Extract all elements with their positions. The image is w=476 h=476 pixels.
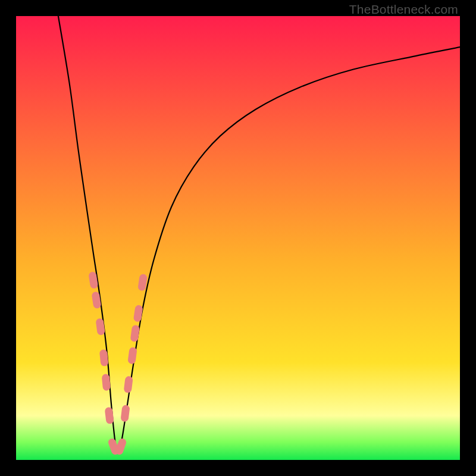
outer-frame: TheBottleneck.com [0, 0, 476, 476]
plot-area [16, 16, 460, 460]
curve-marker [127, 347, 137, 364]
curve-marker [130, 325, 140, 343]
curve-marker [105, 407, 114, 424]
watermark-text: TheBottleneck.com [349, 2, 458, 17]
chart-svg [16, 16, 460, 460]
marker-group [88, 271, 148, 456]
curve-marker [95, 318, 105, 335]
bottleneck-curve [58, 16, 460, 452]
curve-marker [133, 305, 143, 322]
curve-marker [137, 274, 148, 292]
curve-marker [120, 405, 130, 422]
curve-path [58, 16, 460, 452]
curve-marker [124, 376, 133, 393]
